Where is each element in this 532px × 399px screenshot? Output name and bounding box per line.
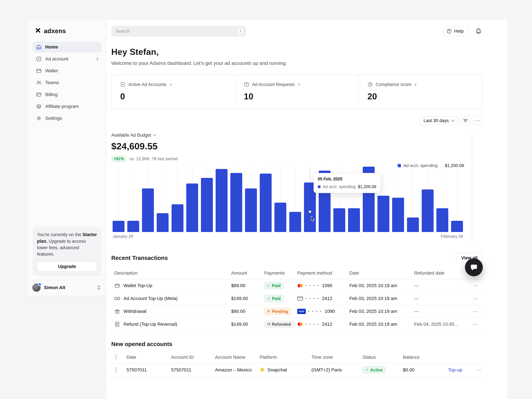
bar[interactable] [333, 208, 345, 232]
sidebar-item-teams[interactable]: Teams [33, 77, 101, 88]
bar[interactable] [274, 203, 286, 232]
bar[interactable] [245, 188, 257, 232]
account-row[interactable]: 57507011 57507011 Amazon – Mexico Snapch… [111, 363, 482, 377]
transaction-row[interactable]: Wallet Top-Up $89.00 ✓Paid • • • •1090 F… [111, 279, 482, 292]
search-input[interactable] [115, 29, 237, 34]
transaction-date: Feb 03, 2025 10:19 am [349, 296, 414, 301]
stat-card-header: Compliance score [367, 82, 482, 87]
transaction-description: Wallet Top-Up [114, 283, 231, 288]
stat-card-compliance-score[interactable]: Compliance score 20 [358, 75, 482, 109]
account-balance: $0.00 [403, 367, 448, 373]
filter-button[interactable] [461, 116, 470, 125]
sidebar-item-ad-account[interactable]: Ad account [33, 53, 101, 64]
bar-slot[interactable] [407, 166, 419, 232]
bar-slot[interactable] [260, 166, 272, 232]
sidebar-nav: Home Ad account Wallet Teams Billing Aff… [28, 42, 106, 124]
bar-slot[interactable] [201, 166, 213, 232]
bar[interactable] [186, 183, 198, 232]
sidebar-item-label: Teams [45, 80, 59, 85]
search-box[interactable]: / [111, 26, 246, 37]
bar[interactable] [201, 178, 213, 232]
bar-slot[interactable] [436, 166, 448, 232]
date-range-select[interactable]: Last 30 days [419, 116, 458, 125]
bar[interactable] [377, 196, 389, 232]
row-menu-button[interactable]: ⋯ [473, 296, 478, 301]
bar-slot[interactable] [216, 166, 228, 232]
stat-card-ad-account-requests[interactable]: Ad Account Requests 10 [235, 75, 359, 109]
bar-slot[interactable] [171, 166, 184, 232]
bar[interactable] [216, 169, 228, 232]
user-menu[interactable]: Simon Alt [28, 280, 106, 296]
transaction-row[interactable]: Ad Account Top-Up (Meta) $149.00 ✓Paid •… [111, 292, 482, 305]
sidebar-item-settings[interactable]: Settings [33, 113, 101, 124]
card-mask-dots: • • • • [308, 310, 322, 313]
sidebar-item-home[interactable]: Home [33, 42, 101, 52]
bar[interactable] [260, 174, 272, 232]
sidebar-item-affiliate-program[interactable]: Affiliate program [33, 101, 101, 112]
upgrade-button[interactable]: Upgrade [37, 261, 97, 272]
select-all-checkbox[interactable] [116, 354, 117, 360]
bar[interactable] [289, 212, 301, 232]
bar-slot[interactable] [157, 166, 169, 232]
chat-widget-button[interactable] [465, 258, 483, 276]
budget-metric-select[interactable]: Available Ad Budget [111, 133, 156, 138]
row-checkbox[interactable] [116, 367, 117, 373]
chart-tooltip: 05 Feb, 2025 Ad acct. spending $1,200.09 [314, 173, 380, 193]
avatar [32, 283, 41, 292]
transaction-row[interactable]: Withdrawal $90.00 ↻Pending VISA• • • •10… [111, 305, 482, 318]
more-options-button[interactable]: ⋯ [473, 116, 482, 125]
bar[interactable] [407, 218, 419, 232]
stat-value: 10 [244, 91, 359, 101]
card-last4: 1090 [322, 283, 332, 288]
accounts-title: New opened accounts [111, 341, 482, 347]
bar[interactable] [142, 188, 154, 232]
top-up-link[interactable]: Top-up [448, 367, 475, 373]
bar-slot[interactable] [451, 166, 463, 232]
column-header-date: Date [349, 270, 414, 276]
stat-card-active-ad-accounts[interactable]: Active Ad Accounts 0 [112, 75, 235, 109]
adxens-logo-icon [35, 27, 41, 35]
column-header-platform: Platform [260, 355, 311, 360]
bar-slot[interactable] [127, 166, 139, 232]
budget-chart-card: Available Ad Budget $24,609.55 +91% vs. … [111, 133, 472, 241]
bar-slot[interactable] [113, 166, 125, 232]
filter-icon [463, 119, 468, 123]
bar[interactable] [230, 173, 242, 232]
time-zone: (GMT+2) Paris [311, 367, 363, 373]
bar-slot[interactable] [289, 166, 301, 232]
bar[interactable] [392, 198, 404, 232]
bar[interactable] [348, 208, 360, 232]
bar[interactable] [436, 208, 448, 232]
bar-chart[interactable]: 05 Feb, 2025 Ad acct. spending $1,200.09 [113, 166, 463, 232]
bar[interactable] [171, 204, 184, 232]
main-content: / Help Hey Stefan, Welcome to your Adxen… [106, 20, 507, 377]
sidebar: adxens Home Ad account Wallet Teams Bill… [28, 20, 106, 296]
row-menu-button[interactable]: ⋯ [473, 309, 478, 314]
bar[interactable] [451, 221, 463, 232]
transaction-row[interactable]: Refund (Top-Up Reversal) $149.00 ↺Refund… [111, 318, 482, 331]
row-menu-button[interactable]: ⋯ [473, 283, 478, 289]
transaction-amount: $90.00 [231, 309, 264, 314]
date-range-label: Last 30 days [424, 118, 449, 123]
sidebar-item-billing[interactable]: Billing [33, 89, 101, 100]
row-menu-button[interactable]: ⋯ [476, 367, 481, 373]
bar-slot[interactable] [245, 166, 257, 232]
x-axis-end-label: February 28 [441, 234, 463, 239]
description-text: Withdrawal [124, 309, 146, 314]
notifications-bell-icon[interactable] [475, 27, 482, 35]
bar[interactable] [113, 221, 125, 232]
help-button[interactable]: Help [443, 26, 469, 36]
bar-slot[interactable] [422, 166, 434, 232]
accounts-table-header: DateAccount IDAccount NamePlatformTime z… [111, 351, 482, 363]
bar-slot[interactable] [186, 166, 198, 232]
bar-slot[interactable] [142, 166, 154, 232]
bar-slot[interactable] [392, 166, 404, 232]
ad-account-icon [36, 56, 42, 62]
bar[interactable] [127, 221, 139, 232]
bar-slot[interactable] [274, 166, 286, 232]
bar[interactable] [157, 213, 169, 232]
bar-slot[interactable] [230, 166, 242, 232]
row-menu-button[interactable]: ⋯ [473, 321, 478, 327]
sidebar-item-wallet[interactable]: Wallet [33, 65, 101, 76]
bar[interactable] [422, 189, 434, 232]
